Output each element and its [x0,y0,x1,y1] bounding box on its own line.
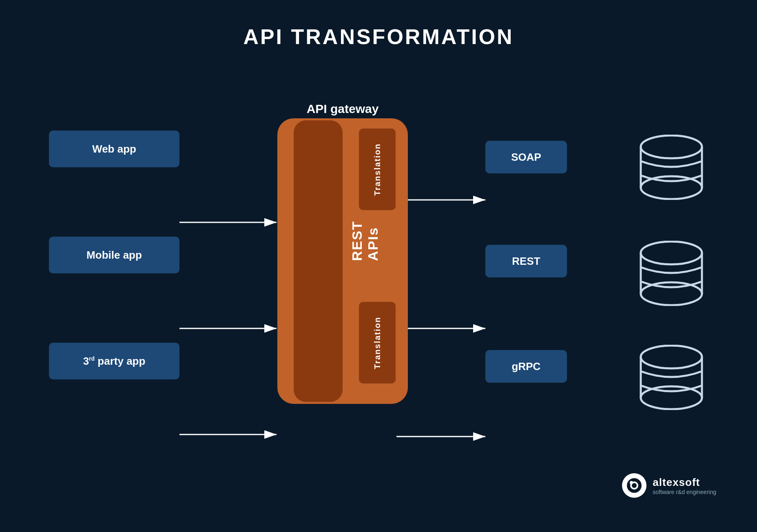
soap-label: SOAP [511,151,541,164]
web-app-label: Web app [92,143,136,155]
svg-point-21 [641,386,702,409]
translation-top-label: Translation [373,143,382,196]
translation-bottom: Translation [359,302,396,383]
web-app-box: Web app [49,131,179,167]
db-soap [639,135,704,202]
page-title: API TRANSFORMATION [0,0,757,49]
mobile-app-box: Mobile app [49,237,179,273]
cylinder-grpc-icon [639,345,704,410]
gateway-label: API gateway [286,102,400,116]
altexsoft-logo: altexsoft software r&d engineering [622,473,716,498]
grpc-box: gRPC [485,350,567,383]
svg-point-7 [641,135,702,158]
gateway-inner [294,120,343,402]
grpc-label: gRPC [512,360,541,373]
db-rest [639,241,704,308]
soap-box: SOAP [485,141,567,173]
translation-top: Translation [359,129,396,210]
db-grpc [639,345,704,412]
svg-point-22 [627,478,642,493]
party-app-box: 3rd party app [49,343,179,379]
rest-apis-label: REST APIs [283,228,447,253]
cylinder-soap-icon [639,135,704,200]
party-app-label: 3rd party app [83,355,146,368]
mobile-app-label: Mobile app [86,249,142,262]
svg-point-24 [630,481,633,484]
altexsoft-tagline: software r&d engineering [653,489,716,495]
rest-label: REST [512,255,540,268]
altexsoft-text: altexsoft software r&d engineering [653,476,716,495]
svg-point-16 [641,282,702,305]
cylinder-rest-icon [639,241,704,306]
altexsoft-icon [622,473,646,498]
diagram-container: API gateway REST APIs Translation Transl… [0,57,757,506]
altexsoft-icon-svg [626,477,642,494]
rest-service-box: REST [485,245,567,277]
svg-point-11 [641,176,702,199]
translation-bottom-label: Translation [373,317,382,369]
altexsoft-name: altexsoft [653,476,716,489]
svg-point-12 [641,242,702,264]
svg-point-17 [641,346,702,368]
